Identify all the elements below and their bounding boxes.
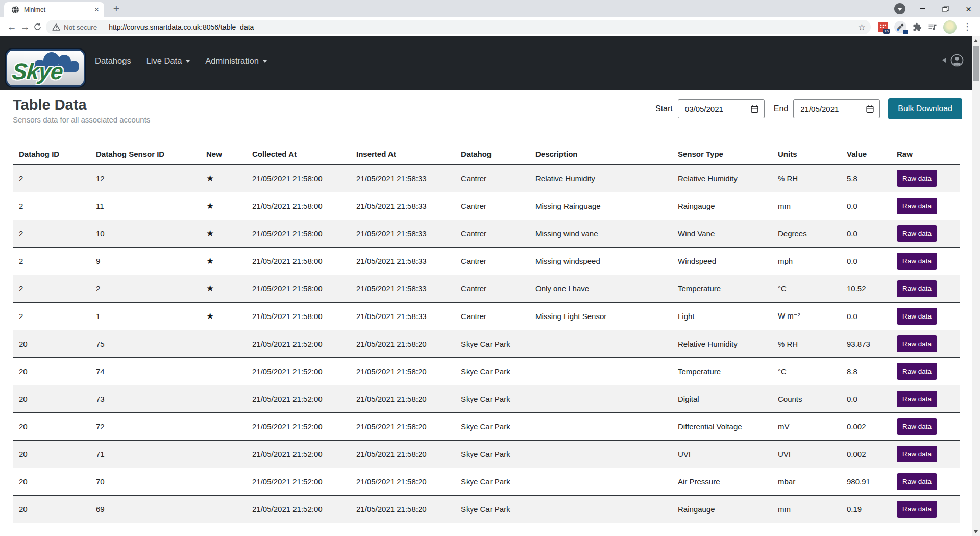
cell-description (529, 412, 672, 440)
media-playlist-icon[interactable] (928, 22, 937, 32)
cell-sensor-type: Relative Humidity (672, 164, 772, 192)
table-row: 206921/05/2021 21:52:0021/05/2021 21:58:… (13, 495, 960, 523)
raw-data-button[interactable]: Raw data (897, 501, 937, 518)
cell-raw: Raw data (891, 330, 960, 357)
column-header-raw: Raw (891, 141, 960, 164)
scrollbar-up-button[interactable] (972, 36, 980, 45)
cell-raw: Raw data (891, 164, 960, 192)
cell-collected-at: 21/05/2021 21:52:00 (246, 440, 350, 468)
cell-datahog-id: 20 (13, 385, 90, 412)
nav-item-administration[interactable]: Administration (205, 56, 267, 66)
bookmark-star-icon[interactable]: ☆ (858, 22, 866, 33)
start-date-input[interactable]: 03/05/2021 (678, 99, 765, 118)
maximize-button[interactable] (934, 0, 957, 17)
refresh-button[interactable] (31, 17, 44, 36)
start-date-value: 03/05/2021 (685, 105, 750, 113)
restore-icon (942, 6, 949, 12)
cell-description (529, 385, 672, 412)
skye-logo[interactable]: Skye (6, 49, 85, 87)
nav-item-datahogs[interactable]: Datahogs (95, 56, 131, 66)
cell-value: 0.0 (841, 247, 891, 275)
close-button[interactable]: × (957, 0, 980, 17)
raw-data-button[interactable]: Raw data (897, 473, 937, 490)
scrollbar-thumb[interactable] (973, 46, 979, 81)
tab-close-icon[interactable]: × (93, 6, 100, 14)
back-button[interactable]: ← (5, 17, 18, 36)
cell-sensor-type: Light (672, 302, 772, 330)
raw-data-button[interactable]: Raw data (897, 418, 937, 435)
nav-item-live-data[interactable]: Live Data (146, 56, 190, 66)
collapse-left-icon[interactable] (942, 58, 946, 63)
cell-sensor-type: UVI (672, 440, 772, 468)
new-tab-button[interactable]: + (109, 2, 124, 16)
cell-inserted-at: 21/05/2021 21:58:33 (350, 247, 455, 275)
cell-value: 93.873 (841, 330, 891, 357)
scrollbar-down-button[interactable] (972, 527, 980, 536)
cell-value: 0.0 (841, 302, 891, 330)
raw-data-button[interactable]: Raw data (897, 170, 937, 187)
raw-data-button[interactable]: Raw data (897, 280, 937, 297)
navbar-right (942, 54, 964, 67)
cell-sensor-type: Air Pressure (672, 468, 772, 495)
extensions-puzzle-icon[interactable] (913, 22, 922, 32)
user-account-icon[interactable] (950, 54, 964, 67)
end-date-input[interactable]: 21/05/2021 (793, 99, 880, 118)
raw-data-button[interactable]: Raw data (897, 335, 937, 352)
raw-data-button[interactable]: Raw data (897, 308, 937, 325)
cell-new: ★ (200, 164, 246, 192)
browser-menu-icon[interactable]: ⋮ (963, 26, 968, 28)
table-row: 207121/05/2021 21:52:0021/05/2021 21:58:… (13, 440, 960, 468)
table-row: 212★21/05/2021 21:58:0021/05/2021 21:58:… (13, 164, 960, 192)
cell-units: mph (772, 247, 841, 275)
minimize-button[interactable] (911, 0, 934, 17)
calendar-icon[interactable] (866, 105, 874, 113)
raw-data-button[interactable]: Raw data (897, 446, 937, 462)
url-text[interactable]: http://corvus.smartdata.co.uk:8056/table… (109, 23, 254, 31)
cell-datahog-id: 2 (13, 164, 90, 192)
browser-profile-avatar[interactable] (943, 20, 957, 34)
raw-data-button[interactable]: Raw data (897, 253, 937, 270)
column-header-new: New (200, 141, 246, 164)
cell-new (200, 385, 246, 412)
cell-description: Missing Light Sensor (529, 302, 672, 330)
cell-sensor-type: Temperature (672, 357, 772, 385)
new-star-icon: ★ (206, 201, 214, 211)
eyedropper-badge (903, 30, 908, 34)
cell-datahog: Cantrer (455, 302, 529, 330)
browser-tab[interactable]: Minimet × (4, 2, 104, 17)
cell-raw: Raw data (891, 247, 960, 275)
cell-raw: Raw data (891, 220, 960, 247)
site-navbar: Skye DatahogsLive DataAdministration (0, 36, 972, 90)
cell-value: 0.0 (841, 220, 891, 247)
raw-data-button[interactable]: Raw data (897, 225, 937, 242)
cell-units: °C (772, 275, 841, 302)
red-extension-icon[interactable]: 16 (878, 22, 888, 32)
cell-units: Degrees (772, 220, 841, 247)
cell-units: W m⁻² (772, 302, 841, 330)
raw-data-button[interactable]: Raw data (897, 363, 937, 380)
cell-datahog-id: 20 (13, 330, 90, 357)
table-row: 207321/05/2021 21:52:0021/05/2021 21:58:… (13, 385, 960, 412)
cell-collected-at: 21/05/2021 21:58:00 (246, 302, 350, 330)
raw-data-button[interactable]: Raw data (897, 391, 937, 407)
cell-sensor-type: Wind Vane (672, 220, 772, 247)
eyedropper-extension-icon[interactable] (894, 21, 906, 33)
calendar-icon[interactable] (750, 105, 759, 113)
security-label[interactable]: Not secure (64, 23, 97, 31)
cell-collected-at: 21/05/2021 21:52:00 (246, 412, 350, 440)
table-header-row: Datahog IDDatahog Sensor IDNewCollected … (13, 141, 960, 164)
page-scrollbar[interactable] (972, 36, 980, 536)
forward-button[interactable]: → (18, 17, 32, 36)
cell-sensor-type: Differential Voltage (672, 412, 772, 440)
cell-raw: Raw data (891, 275, 960, 302)
new-star-icon: ★ (206, 174, 214, 183)
cell-value: 10.52 (841, 275, 891, 302)
address-bar[interactable]: Not secure http://corvus.smartdata.co.uk… (46, 20, 871, 34)
bulk-download-button[interactable]: Bulk Download (888, 98, 962, 119)
cell-datahog: Skye Car Park (455, 357, 529, 385)
header-divider (13, 131, 960, 131)
media-controls-button[interactable] (894, 3, 905, 14)
cell-new (200, 468, 246, 495)
raw-data-button[interactable]: Raw data (897, 198, 937, 214)
cell-inserted-at: 21/05/2021 21:58:33 (350, 302, 455, 330)
